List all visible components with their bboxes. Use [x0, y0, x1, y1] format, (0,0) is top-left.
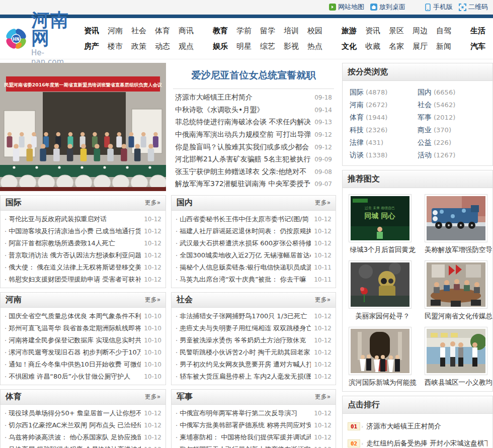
news-item[interactable]: ·足协高层:提辞职得走程序 会尽快确认高洪波去10-12 — [5, 443, 161, 448]
news-item[interactable]: ·郑州可直飞温哥华 我省首条定期洲际航线即将10-10 — [5, 322, 161, 334]
nav-item[interactable]: 观点 — [179, 39, 194, 54]
nav-item[interactable]: 政策 — [131, 39, 146, 54]
news-item[interactable]: ·河南将建全民参保登记数据库 实现信息实时共10-10 — [5, 334, 161, 346]
recommended-item[interactable]: 同城 同心过去 未来 都信自己 绿城3个月后首回黄龙 — [349, 194, 417, 254]
news-item[interactable]: ·国庆全省空气质量总体优良 本周气象条件不利10-10 — [5, 310, 161, 322]
nav-item[interactable]: 资讯 — [365, 23, 380, 39]
nav-item[interactable]: 房产 — [84, 39, 99, 54]
news-item[interactable]: ·中俄宣布明年两军将举行第二次反导演习10-12 — [176, 407, 332, 419]
nav-item[interactable]: 名家 — [389, 39, 404, 54]
news-item[interactable]: ·马英九出席台湾“双十庆典”被批： 你去干嘛10-11 — [176, 274, 332, 286]
nav-item[interactable]: 景区 — [389, 23, 404, 39]
news-item[interactable]: ·通知！商丘今冬集中供热10日开始收费 可微信10-10 — [5, 359, 161, 371]
news-item[interactable]: ·非法捕猎女子张网捕野鸟1700只 1/3已死亡10-12 — [176, 310, 332, 322]
news-item[interactable]: ·普京取消访法 俄方否认因法方想谈叙利亚问题10-12 — [5, 249, 161, 261]
qrcode-link[interactable]: 二维码 — [459, 3, 488, 12]
nav-item[interactable]: 新闻 — [436, 39, 451, 54]
news-item[interactable]: ·韩慰安妇支援财团受理援助申请 受害者可获补10-12 — [5, 274, 161, 286]
category-link[interactable]: 国际(4878) — [350, 86, 418, 99]
top-headline[interactable]: 爱沙尼亚首位女总统宣誓就职 — [173, 63, 334, 89]
nav-item[interactable]: 周边 — [413, 23, 428, 39]
news-item[interactable]: ·全国300城卖地收入近2万亿 无锡涨幅居首达410-12 — [176, 249, 332, 261]
news-item[interactable]: ·哥伦比亚与反政府武装拟重启对话10-12 — [5, 213, 161, 225]
category-link[interactable]: 法律(431) — [350, 136, 418, 149]
more-link[interactable]: 更多» — [145, 199, 160, 207]
news-item[interactable]: ·乌兹将帅谈高洪波： 他心系国家队 足协应挽留10-12 — [5, 431, 161, 443]
category-link[interactable]: 社会(5462) — [418, 99, 485, 111]
category-link[interactable]: 商业(370) — [418, 124, 485, 136]
nav-item[interactable]: 展厅 — [413, 39, 428, 54]
category-link[interactable]: 国内(6656) — [418, 86, 485, 99]
nav-item[interactable]: 河南 — [108, 23, 123, 39]
news-item[interactable]: ·阿富汗首都宗教场所遇袭致14人死亡10-12 — [5, 237, 161, 249]
news-item[interactable]: ·轿车被大货压扁悬停桥上 车内2人毫发无损(图)10-12 — [176, 371, 332, 383]
nav-item[interactable]: 校园 — [307, 23, 322, 39]
nav-item[interactable]: 汽车 — [470, 39, 485, 54]
news-item[interactable]: ·男子初次约见女网友执意要开房 遭对方喊人打10-12 — [176, 359, 332, 371]
category-link[interactable]: 公益(226) — [418, 136, 485, 149]
recommended-item[interactable]: 滨河国际新城为何能揽 — [349, 327, 417, 387]
news-item[interactable]: ·歌尔杯国际无人飞行器创新大奖赛将在浙江安吉10-12 — [176, 443, 332, 448]
nav-item[interactable]: 商讯 — [179, 23, 194, 39]
news-item[interactable]: ·山西省委秘书长王伟中任太原市委书记(图/简10-12 — [176, 213, 332, 225]
nav-item[interactable]: 旅游 — [342, 23, 357, 39]
recommended-item[interactable]: 美丽家园何处寻？ — [349, 260, 417, 321]
featured-photo[interactable]: 民盟河南省委2016年度第一期省直新盟员培训班暨省直基层组织负责人会议 — [0, 63, 166, 191]
nav-item[interactable]: 资讯 — [84, 23, 99, 39]
nav-item[interactable]: 文化 — [342, 39, 357, 54]
nav-item[interactable]: 娱乐 — [213, 39, 228, 54]
nav-item[interactable]: 留学 — [260, 23, 275, 39]
more-link[interactable]: 更多» — [315, 199, 331, 207]
news-item[interactable]: ·不惧困难 许昌“80后”小伙甘做公厕守护人10-10 — [5, 371, 161, 383]
nav-item[interactable]: 社会 — [131, 23, 146, 39]
news-item[interactable]: 河北邯郸21人杀害矿友骗赔 5名主犯被执行09-09 — [175, 153, 332, 166]
news-item[interactable]: ·俄大使： 俄在道义法律上无权将斯诺登移交美国10-12 — [5, 261, 161, 274]
nav-item[interactable]: 楼市 — [108, 39, 123, 54]
category-link[interactable]: 访谈(1338) — [350, 149, 418, 161]
mobile-version-link[interactable]: 手机版 — [425, 3, 453, 12]
news-item[interactable]: 中俄南海军演出动兵力规模空前 可打出导弹09-12 — [175, 129, 332, 141]
nav-item[interactable]: 动态 — [155, 39, 170, 54]
recommended-item[interactable]: 西峡县城区一小义教均 — [425, 327, 492, 387]
more-link[interactable]: 更多» — [145, 393, 160, 401]
category-link[interactable]: 体育(1944) — [350, 111, 418, 124]
ranking-item[interactable]: 02›走红纽约后备受热捧 开封小宋城这盘棋下对 — [348, 435, 487, 448]
category-link[interactable]: 活动(1267) — [418, 149, 485, 161]
more-link[interactable]: 更多» — [315, 393, 331, 401]
recommended-item[interactable]: 民盟河南省文化传媒总 — [425, 260, 492, 321]
news-item[interactable]: ·揭秘个人信息贩卖链条:银行电信快递职员成源10-11 — [176, 261, 332, 274]
news-item[interactable]: 解放军海军372潜艇驻训南海 中央军委授予09-07 — [175, 178, 332, 191]
news-item[interactable]: ·漯河市民遛弯发现旧石器 初步判断不少于10万10-10 — [5, 346, 161, 359]
news-item[interactable]: 中秋诗歌《水调歌头•月盟》09-14 — [175, 104, 332, 117]
news-item[interactable]: ·切尔西1亿豪挖AC米兰双闸 阿布点头 已洽经纪10-12 — [5, 419, 161, 431]
news-item[interactable]: ·中俄军方批美韩部署萨德系统 称将共同应对安10-12 — [176, 419, 332, 431]
recommended-item[interactable]: 美称解放军增强防空导 — [425, 194, 492, 254]
site-logo[interactable]: HN 河南网 He-nan.com — [4, 11, 73, 66]
news-item[interactable]: ·柬埔寨防相： 中国将给我们提供军援并调试武器10-12 — [176, 431, 332, 443]
news-item[interactable]: ·中国游客埃及行清凉油当小费 已成当地通行货10-12 — [5, 225, 161, 237]
category-link[interactable]: 科技(2326) — [350, 124, 418, 136]
news-item[interactable]: 张玉宁获伊朗主帅赠送球衣 父亲:他绝对不09-08 — [175, 166, 332, 178]
news-item[interactable]: 菲总统特使进行南海破冰会谈 不求任内解决09-13 — [175, 116, 332, 129]
news-item[interactable]: ·现役球员单场得分50+ 詹皇居首一人让你想不10-12 — [5, 407, 161, 419]
category-link[interactable]: 河南(2672) — [350, 99, 418, 111]
news-item[interactable]: 你是脸盲吗？认脸难其实我们或多或少都会09-12 — [175, 141, 332, 153]
nav-item[interactable]: 明星 — [236, 39, 252, 54]
nav-item[interactable]: 收藏 — [365, 39, 380, 54]
news-item[interactable]: ·男童被洗澡水烫伤 爷爷奶奶土方治疗致休克10-12 — [176, 334, 332, 346]
news-item[interactable]: ·民警听跳楼小伙诉苦2小时 掏千元助其回老家10-12 — [176, 346, 332, 359]
nav-item[interactable]: 综艺 — [260, 39, 275, 54]
nav-item[interactable]: 自驾 — [436, 23, 451, 39]
news-item[interactable]: ·武汉最大石拱桥遭洪水损坏 600岁张公桥待修10-12 — [176, 237, 332, 249]
news-item[interactable]: ·福建人社厅辟谣延迟退休时间表： 仍按原规执行10-12 — [176, 225, 332, 237]
nav-item[interactable]: 体育 — [155, 23, 170, 39]
more-link[interactable]: 更多» — [315, 296, 331, 304]
add-to-desktop-link[interactable]: 放到桌面 — [370, 3, 405, 12]
nav-item[interactable]: 热点 — [307, 39, 322, 54]
nav-item[interactable]: 学前 — [236, 23, 252, 39]
nav-item[interactable]: 培训 — [284, 23, 299, 39]
sitemap-link[interactable]: 网站地图 — [329, 3, 364, 12]
more-link[interactable]: 更多» — [145, 296, 160, 304]
nav-item[interactable]: 生活 — [470, 23, 485, 39]
category-link[interactable]: 军事(2012) — [418, 111, 485, 124]
